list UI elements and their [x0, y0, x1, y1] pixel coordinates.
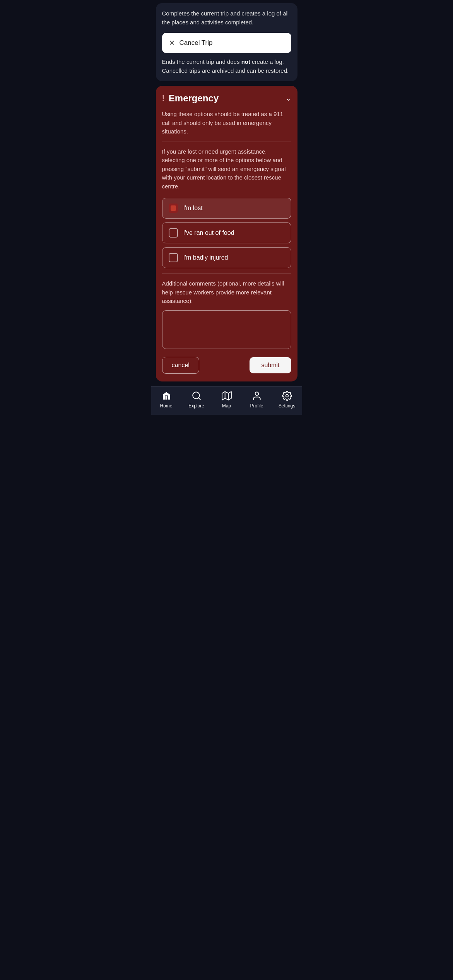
emergency-submit-button[interactable]: submit: [250, 357, 291, 373]
svg-marker-2: [222, 392, 231, 400]
nav-label-explore: Explore: [188, 403, 204, 409]
cancel-desc-bold: not: [241, 58, 250, 65]
chevron-down-icon[interactable]: ⌄: [285, 94, 291, 103]
checkbox-injured[interactable]: I'm badly injured: [162, 247, 291, 268]
profile-icon: [251, 390, 262, 401]
comments-textarea[interactable]: [162, 310, 291, 349]
nav-label-map: Map: [222, 403, 231, 409]
checkbox-lost-label: I'm lost: [183, 205, 203, 212]
checkbox-food[interactable]: I've ran out of food: [162, 222, 291, 243]
settings-icon: [282, 390, 292, 401]
nav-item-home[interactable]: Home: [155, 390, 178, 409]
emergency-title: Emergency: [169, 93, 219, 104]
cancel-trip-description: Ends the current trip and does not creat…: [162, 58, 291, 75]
action-buttons: cancel submit: [162, 357, 291, 374]
checkbox-injured-label: I'm badly injured: [183, 254, 228, 261]
emergency-cancel-button[interactable]: cancel: [162, 357, 199, 374]
cancel-trip-label: Cancel Trip: [179, 39, 213, 47]
emergency-exclamation-icon: !: [162, 93, 165, 103]
nav-item-profile[interactable]: Profile: [245, 390, 268, 409]
divider: [162, 274, 291, 274]
checkbox-injured-box: [169, 253, 178, 262]
map-icon: [221, 390, 232, 401]
x-icon: ✕: [169, 39, 175, 46]
bottom-nav: Home Explore Map: [151, 386, 302, 415]
nav-label-profile: Profile: [250, 403, 263, 409]
additional-comments-label: Additional comments (optional, more deta…: [162, 279, 291, 306]
explore-icon: [191, 390, 202, 401]
emergency-description-1: Using these options should be treated as…: [162, 110, 291, 142]
svg-point-5: [255, 392, 258, 395]
top-section: Completes the current trip and creates a…: [156, 3, 297, 81]
emergency-title-group: ! Emergency: [162, 93, 219, 104]
cancel-desc-prefix: Ends the current trip and does: [162, 58, 241, 65]
screen: Completes the current trip and creates a…: [151, 0, 302, 415]
nav-label-home: Home: [160, 403, 172, 409]
nav-label-settings: Settings: [279, 403, 295, 409]
svg-line-1: [198, 398, 200, 400]
checkbox-lost-box: [169, 204, 178, 213]
checkbox-food-box: [169, 228, 178, 238]
nav-item-explore[interactable]: Explore: [185, 390, 208, 409]
complete-trip-description: Completes the current trip and creates a…: [162, 9, 291, 27]
nav-item-settings[interactable]: Settings: [275, 390, 299, 409]
emergency-section: ! Emergency ⌄ Using these options should…: [156, 86, 297, 381]
nav-item-map[interactable]: Map: [215, 390, 238, 409]
emergency-header: ! Emergency ⌄: [162, 93, 291, 104]
home-icon: [161, 390, 172, 401]
checkbox-lost[interactable]: I'm lost: [162, 198, 291, 219]
cancel-trip-button[interactable]: ✕ Cancel Trip: [162, 33, 291, 53]
svg-point-6: [285, 394, 288, 397]
checkbox-food-label: I've ran out of food: [183, 229, 234, 236]
emergency-description-2: If you are lost or need urgent assistanc…: [162, 147, 291, 191]
